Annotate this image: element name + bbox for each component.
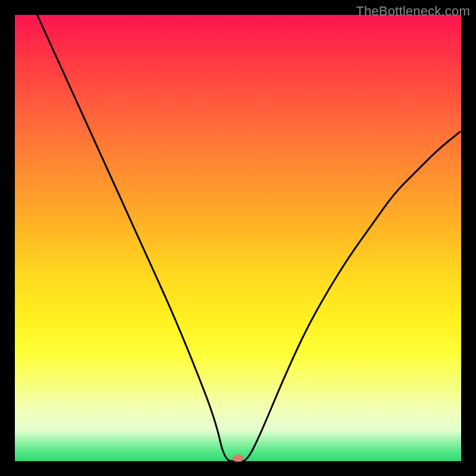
bottleneck-curve — [15, 15, 461, 461]
chart-plot-area — [15, 15, 461, 461]
watermark-text: TheBottleneck.com — [356, 4, 470, 19]
optimal-marker — [233, 455, 243, 462]
